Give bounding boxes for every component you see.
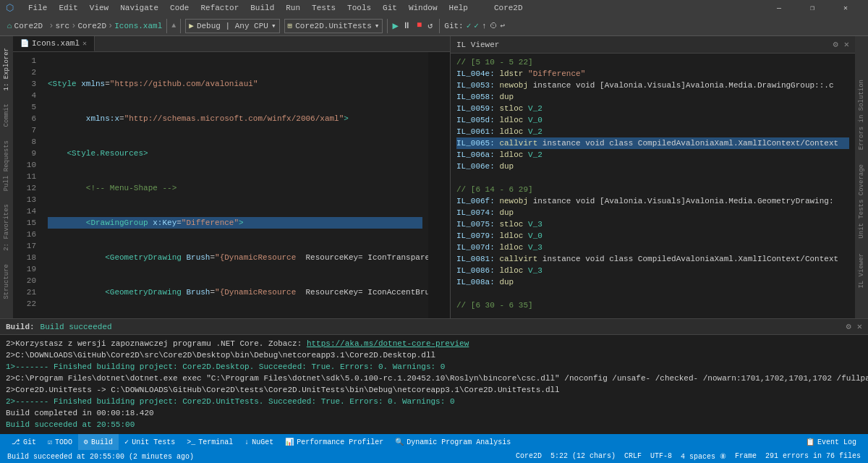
status-line-ending[interactable]: CRLF (620, 452, 646, 461)
menu-build[interactable]: Build (244, 0, 280, 16)
tab-close-icon[interactable]: ✕ (82, 39, 87, 48)
output-content: 2>Korzystasz z wersji zapoznawczej progr… (0, 335, 868, 434)
line-numbers: 1 2 3 4 5 6 7 8 9 10 11 12 13 14 15 16 1… (13, 52, 42, 318)
git-check1-icon[interactable]: ✓ (467, 21, 472, 30)
dpa-tab-label: Dynamic Program Analysis (407, 438, 511, 446)
home-icon: ⌂ (7, 22, 12, 30)
status-project[interactable]: Core2D (511, 452, 546, 461)
output-settings-icon[interactable]: ⚙ (846, 321, 851, 332)
stop-button[interactable]: ■ (414, 20, 424, 31)
menu-tools[interactable]: Tools (341, 0, 377, 16)
breadcrumb-sep1: › (48, 21, 54, 31)
code-line-1: <Style xmlns="https://github.com/avaloni… (48, 78, 422, 90)
left-tab-explorer[interactable]: 1: Explorer (1, 42, 12, 96)
git-clock-icon[interactable]: ⏲ (490, 21, 498, 30)
git-check2-icon[interactable]: ✓ (474, 21, 479, 30)
breadcrumb-src[interactable]: src (55, 22, 69, 30)
minimize-button[interactable]: — (762, 0, 796, 16)
menu-help[interactable]: Help (443, 0, 474, 16)
dotnet-preview-link[interactable]: https://aka.ms/dotnet-core-preview (307, 339, 469, 348)
editor-tab-icons-xaml[interactable]: 📄 Icons.xaml ✕ (13, 36, 95, 51)
bottom-tab-dynamic-program-analysis[interactable]: 🔍 Dynamic Program Analysis (389, 434, 516, 450)
menu-refactor[interactable]: Refactor (195, 0, 244, 16)
git-area: Git: ✓ ✓ ↑ ⏲ ↩ (444, 21, 505, 30)
main-area: 1: Explorer Commit Pull Requests 2: Favo… (0, 36, 868, 318)
run-button[interactable]: ▶ (392, 20, 398, 32)
il-line-007d: IL_007d: ldloc V_3 (456, 242, 849, 253)
menu-window[interactable]: Window (403, 0, 443, 16)
il-viewer-pane: IL Viewer ⚙ ✕ // [5 10 - 5 22] IL_004e: … (450, 36, 855, 318)
unit-tests-tab-label: Unit Tests (132, 438, 175, 446)
bottom-tab-git[interactable]: ⎇ Git (6, 434, 42, 450)
status-errors[interactable]: 291 errors in 76 files (761, 452, 865, 461)
bottom-tab-unit-tests[interactable]: ✓ Unit Tests (119, 434, 181, 450)
git-undo-icon[interactable]: ↩ (501, 21, 506, 30)
minimap (428, 52, 450, 318)
window-controls[interactable]: — ❐ ✕ (762, 0, 862, 16)
il-line-0059: IL_0059: stloc V_2 (456, 103, 849, 114)
right-panel-labels: Errors in Solution Unit Tests Coverage I… (855, 36, 868, 318)
status-encoding[interactable]: UTF-8 (646, 452, 676, 461)
toolbar-separator-3 (387, 19, 388, 33)
menu-git[interactable]: Git (377, 0, 403, 16)
debug-config-dropdown[interactable]: ▶ Debug | Any CPU ▾ (185, 19, 279, 33)
right-panel-unit-tests-coverage[interactable]: Unit Tests Coverage (858, 164, 865, 239)
il-line-blank-2 (456, 288, 849, 300)
left-tab-structure[interactable]: Structure (1, 258, 12, 305)
startup-project-dropdown[interactable]: ⊞ Core2D.UnitTests ▾ (284, 19, 383, 33)
output-panel: Build: Build succeeded ⚙ ✕ 2>Korzystasz … (0, 318, 868, 434)
menu-tests[interactable]: Tests (306, 0, 341, 16)
menu-bar[interactable]: File Edit View Navigate Code Refactor Bu… (22, 0, 474, 16)
bottom-tab-todo[interactable]: ☑ TODO (42, 434, 78, 450)
right-panel-il-viewer[interactable]: IL Viewer (858, 253, 865, 289)
debug-icon: ▶ (189, 21, 194, 30)
performance-tab-icon: 📊 (285, 438, 294, 446)
menu-code[interactable]: Code (164, 0, 195, 16)
build-tab-label: Build (91, 438, 113, 446)
status-build-info[interactable]: Build succeeded at 20:55:00 (2 minutes a… (3, 453, 198, 461)
output-line-4: 2>C:\Program Files\dotnet\dotnet.exe exe… (6, 373, 862, 384)
status-framework[interactable]: Frame (731, 452, 761, 461)
pause-button[interactable]: ⏸ (400, 20, 413, 31)
status-line-col[interactable]: 5:22 (12 chars) (546, 452, 620, 461)
il-close-icon[interactable]: ✕ (844, 39, 849, 50)
right-panel-errors[interactable]: Errors in Solution (858, 80, 865, 150)
il-settings-icon[interactable]: ⚙ (833, 39, 838, 50)
menu-run[interactable]: Run (280, 0, 306, 16)
output-title: Build: (6, 323, 35, 331)
restart-button[interactable]: ↺ (425, 20, 435, 31)
code-line-6: <GeometryDrawing Brush="{DynamicResource… (48, 252, 422, 263)
event-log-button[interactable]: 📋 Event Log (800, 434, 862, 450)
output-close-icon[interactable]: ✕ (857, 321, 862, 332)
left-panel-tabs: 1: Explorer Commit Pull Requests 2: Favo… (0, 36, 13, 318)
menu-file[interactable]: File (22, 0, 53, 16)
output-header: Build: Build succeeded ⚙ ✕ (0, 319, 868, 335)
bottom-tab-build[interactable]: ⚙ Build (78, 434, 119, 450)
bottom-toolbar-right: 📋 Event Log (800, 434, 862, 450)
bottom-toolbar: ⎇ Git ☑ TODO ⚙ Build ✓ Unit Tests >_ Ter… (0, 434, 868, 450)
output-line-5: 2>Core2D.UnitTests -> C:\DOWNLOADS\GitHu… (6, 384, 862, 396)
status-spaces[interactable]: 4 spaces ⑧ (676, 452, 731, 461)
il-content[interactable]: // [5 10 - 5 22] IL_004e: ldstr "Differe… (451, 54, 855, 318)
breadcrumb-repo[interactable]: Core2D (77, 22, 106, 30)
menu-view[interactable]: View (84, 0, 114, 16)
bottom-tab-performance-profiler[interactable]: 📊 Performance Profiler (279, 434, 389, 450)
bottom-tab-terminal[interactable]: >_ Terminal (181, 434, 239, 450)
maximize-button[interactable]: ❐ (796, 0, 829, 16)
code-content[interactable]: <Style xmlns="https://github.com/avaloni… (42, 52, 428, 318)
left-tab-pull-requests[interactable]: Pull Requests (1, 135, 12, 197)
left-tab-commit[interactable]: Commit (1, 98, 12, 132)
breadcrumb-sep3: › (108, 21, 113, 31)
output-line-2: 2>C:\DOWNLOADS\GitHub\Core2D\src\Core2D\… (6, 349, 862, 361)
tab-label-icons-xaml: Icons.xaml (32, 39, 80, 48)
menu-navigate[interactable]: Navigate (114, 0, 164, 16)
breadcrumb-file[interactable]: Icons.xaml (114, 22, 162, 30)
bottom-tab-nuget[interactable]: ↓ NuGet (239, 434, 279, 450)
project-home-button[interactable]: ⌂ Core2D (3, 18, 47, 34)
menu-edit[interactable]: Edit (53, 0, 83, 16)
left-tab-favorites[interactable]: 2: Favorites (1, 198, 12, 257)
flask-icon: ⊞ (288, 21, 293, 30)
status-bar-right: Core2D 5:22 (12 chars) CRLF UTF-8 4 spac… (511, 452, 865, 461)
close-button[interactable]: ✕ (829, 0, 862, 16)
git-arrow-up-icon[interactable]: ↑ (482, 22, 487, 30)
